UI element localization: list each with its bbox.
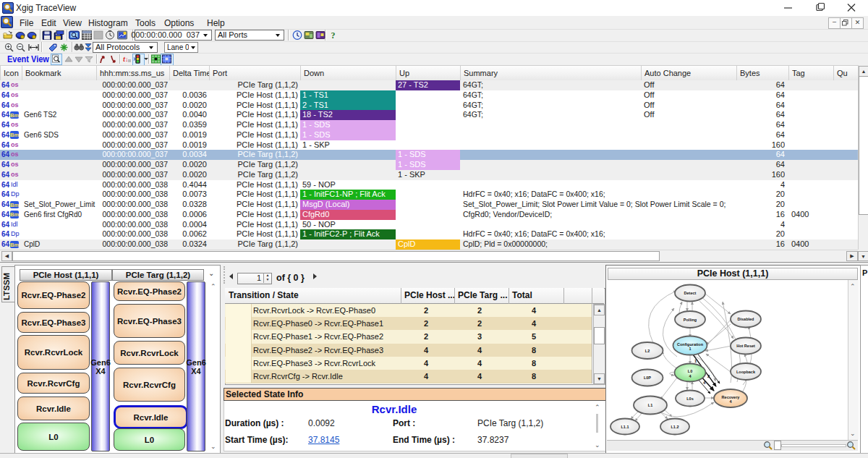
svg-text:L1.1: L1.1 [621,425,629,429]
svg-text:L0s: L0s [686,396,693,401]
svg-text:Hot Reset: Hot Reset [736,344,755,348]
svg-text:Configuration: Configuration [677,342,704,347]
svg-text:Disabled: Disabled [738,317,754,321]
svg-text:t↓: t↓ [123,56,129,63]
svg-text:?: ? [331,30,336,40]
svg-text:L0: L0 [688,369,692,373]
svg-text:Polling: Polling [684,318,697,322]
svg-text:Loopback: Loopback [736,370,756,374]
svg-text:Detect: Detect [684,291,697,295]
svg-text:L1.2: L1.2 [671,425,678,429]
svg-text:L2: L2 [645,349,650,353]
svg-text:L0P: L0P [644,376,651,380]
svg-text:L1: L1 [648,403,652,407]
svg-text:Recovery: Recovery [722,395,741,399]
svg-text:1: 1 [689,347,691,351]
